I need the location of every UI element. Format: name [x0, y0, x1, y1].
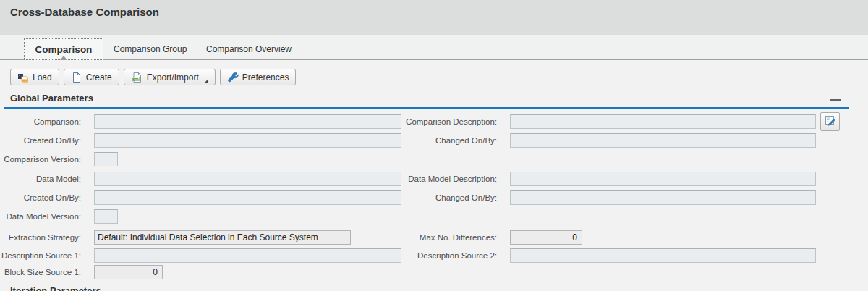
comparison-input[interactable]: [94, 114, 401, 129]
form-row: Extraction Strategy:: [0, 230, 351, 245]
load-button[interactable]: Load: [10, 69, 59, 85]
load-button-label: Load: [33, 72, 52, 83]
iteration-parameters-heading: Iteration Parameters: [10, 285, 101, 291]
form-row: Block Size Source 1:: [0, 265, 163, 279]
extraction-strategy-input[interactable]: [94, 230, 351, 245]
tab-comparison-overview[interactable]: Comparison Overview: [203, 38, 294, 60]
description-source-1-input[interactable]: [94, 248, 401, 263]
title-bar: Cross-Database Comparison: [0, 0, 868, 35]
data-model-created-label: Created On/By:: [0, 193, 81, 202]
block-size-source-1-label: Block Size Source 1:: [0, 268, 81, 277]
tab-strip: Comparison Comparison Group Comparison O…: [0, 35, 868, 60]
form-row: Created On/By:: [0, 190, 401, 205]
data-model-changed-input[interactable]: [510, 190, 816, 205]
create-button-label: Create: [86, 72, 112, 83]
tab-comparison-group-label: Comparison Group: [114, 44, 187, 54]
new-document-icon: [71, 72, 82, 83]
data-model-created-input[interactable]: [94, 190, 401, 205]
block-size-source-1-input[interactable]: [94, 265, 163, 279]
data-model-version-label: Data Model Version:: [0, 212, 81, 221]
description-source-1-label: Description Source 1:: [0, 251, 81, 260]
form-row: Description Source 1:: [0, 248, 401, 263]
tab-comparison-group[interactable]: Comparison Group: [111, 38, 190, 60]
form-row: Data Model:: [0, 172, 401, 186]
description-source-2-input[interactable]: [510, 248, 816, 263]
load-icon: [17, 72, 29, 83]
data-model-input[interactable]: [94, 172, 401, 186]
created-on-by-label: Created On/By:: [0, 136, 81, 145]
collapse-section-button[interactable]: [829, 95, 843, 105]
svg-text:xml: xml: [132, 77, 140, 82]
data-model-changed-label: Changed On/By:: [405, 193, 497, 202]
tab-comparison[interactable]: Comparison: [24, 38, 103, 60]
active-tab-marker-icon: [60, 56, 67, 60]
data-model-description-input[interactable]: [510, 172, 816, 186]
comparison-description-input[interactable]: [510, 114, 816, 129]
data-model-description-label: Data Model Description:: [405, 174, 497, 183]
form-row: Comparison Description:: [405, 114, 816, 129]
changed-on-by-input[interactable]: [510, 133, 816, 148]
comparison-version-input[interactable]: [94, 152, 118, 166]
form-row: Max No. Differences:: [405, 230, 582, 245]
global-parameters-heading: Global Parameters: [10, 93, 93, 104]
tab-comparison-label: Comparison: [35, 44, 93, 55]
minus-icon: [830, 99, 841, 101]
create-button[interactable]: Create: [64, 69, 119, 85]
edit-description-button[interactable]: [820, 112, 840, 131]
max-differences-input[interactable]: [510, 230, 582, 245]
edit-pencil-icon: [825, 114, 836, 129]
data-model-label: Data Model:: [0, 174, 81, 183]
comparison-version-label: Comparison Version:: [0, 155, 81, 164]
form-row: Changed On/By:: [405, 133, 816, 148]
comparison-label: Comparison:: [0, 117, 81, 126]
extraction-strategy-label: Extraction Strategy:: [0, 233, 81, 242]
form-row: Data Model Description:: [405, 172, 816, 186]
changed-on-by-label: Changed On/By:: [405, 136, 497, 145]
export-import-button[interactable]: xml Export/Import: [124, 69, 216, 85]
form-row: Changed On/By:: [405, 190, 816, 205]
tab-comparison-overview-label: Comparison Overview: [206, 44, 292, 54]
section-divider: [4, 107, 849, 109]
page-title: Cross-Database Comparison: [10, 6, 159, 18]
max-differences-label: Max No. Differences:: [405, 233, 497, 242]
preferences-button-label: Preferences: [242, 72, 289, 83]
wrench-icon: [227, 72, 239, 83]
form-row: Created On/By:: [0, 133, 401, 148]
form-row: Description Source 2:: [405, 248, 816, 263]
created-on-by-input[interactable]: [94, 133, 401, 148]
data-model-version-input[interactable]: [94, 209, 118, 224]
preferences-button[interactable]: Preferences: [220, 69, 297, 85]
form-row: Comparison Version:: [0, 152, 118, 166]
dropdown-corner-icon: [204, 79, 208, 83]
comparison-description-label: Comparison Description:: [405, 117, 497, 126]
form-row: Comparison:: [0, 114, 401, 129]
export-import-button-label: Export/Import: [147, 72, 199, 83]
xml-document-icon: xml: [131, 72, 143, 83]
form-row: Data Model Version:: [0, 209, 118, 224]
description-source-2-label: Description Source 2:: [405, 251, 497, 260]
toolbar: Load Create xml Export/Import Prefere: [10, 69, 296, 85]
